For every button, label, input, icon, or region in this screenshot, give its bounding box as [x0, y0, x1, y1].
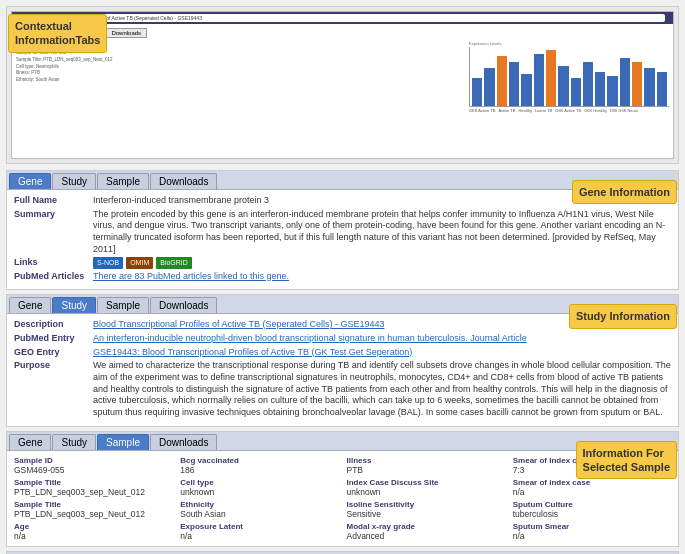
screenshot-chart: Expression Levels: [469, 41, 669, 121]
gene-body: Full Name Interferon-induced transmembra…: [7, 190, 678, 289]
badge-biogrid[interactable]: BioGRID: [156, 257, 192, 268]
study-pubmed-value[interactable]: An interferon-inducible neutrophil-drive…: [93, 333, 671, 345]
chart-bar: [657, 72, 667, 106]
chart-bar: [534, 54, 544, 106]
sample-value-exposure: n/a: [180, 531, 338, 541]
chart-bar: [644, 68, 654, 106]
badge-omim[interactable]: OMIM: [126, 257, 153, 268]
sample-value-isoline: Sensitive: [347, 509, 505, 519]
screenshot-chart-area: Sample Details Sample ID: GSM469-055 Sam…: [16, 41, 669, 121]
screenshot-section: Blood Transcriptional Profiles of Active…: [0, 6, 685, 164]
gene-pubmed-row: PubMed Articles There are 83 PubMed arti…: [14, 271, 671, 283]
tab-gene-gene[interactable]: Gene: [9, 173, 51, 189]
study-body: Description Blood Transcriptional Profil…: [7, 314, 678, 426]
sample-value-sputum-culture: tuberculosis: [513, 509, 671, 519]
sample-value-indexcase: unknown: [347, 487, 505, 497]
gene-summary-row: Summary The protein encoded by this gene…: [14, 209, 671, 256]
screenshot-tab-downloads[interactable]: Downloads: [105, 28, 147, 38]
sample-label-isoline: Isoline Sensitivity: [347, 500, 505, 509]
study-purpose-label: Purpose: [14, 360, 89, 370]
chart-bar: [571, 78, 581, 106]
sample-label-age: Age: [14, 522, 172, 531]
sample-value-bcg: 186: [180, 465, 338, 475]
sample-item-xray: Modal x-ray grade Advanced: [347, 522, 505, 541]
gene-summary-label: Summary: [14, 209, 89, 219]
chart-bar: [484, 68, 494, 106]
sample-label-illness: Illness: [347, 456, 505, 465]
chart-bar-highlight: [497, 56, 507, 106]
sample-label-title: Sample Title: [14, 478, 172, 487]
sample-label-ethnicity: Ethnicity: [180, 500, 338, 509]
sample-value-smear2: n/a: [513, 487, 671, 497]
sample-label-exposure: Exposure Latent: [180, 522, 338, 531]
gene-fullname-label: Full Name: [14, 195, 89, 205]
gene-info-callout: Gene Information: [572, 180, 677, 204]
sample-value-sampleid: GSM469-055: [14, 465, 172, 475]
study-geo-label: GEO Entry: [14, 347, 89, 357]
tab-study-gene[interactable]: Gene: [9, 297, 51, 313]
sample-item-title: Sample Title PTB_LDN_seq003_sep_Neut_012: [14, 478, 172, 497]
tab-study-sample[interactable]: Sample: [97, 297, 149, 313]
sample-value-illness: PTB: [347, 465, 505, 475]
chart-bar: [509, 62, 519, 106]
sample-value-xray: Advanced: [347, 531, 505, 541]
screenshot-inner: Blood Transcriptional Profiles of Active…: [11, 11, 674, 159]
tab-gene-study[interactable]: Study: [52, 173, 96, 189]
chart-bar-highlight: [546, 50, 556, 106]
main-container: Blood Transcriptional Profiles of Active…: [0, 6, 685, 554]
study-purpose-row: Purpose We aimed to characterize the tra…: [14, 360, 671, 418]
gene-pubmed-value[interactable]: There are 83 PubMed articles linked to t…: [93, 271, 671, 283]
contextual-callout: Contextual InformationTabs: [8, 14, 107, 53]
tab-gene-sample[interactable]: Sample: [97, 173, 149, 189]
sample-item-age: Age n/a: [14, 522, 172, 541]
sample-value-title: PTB_LDN_seq003_sep_Neut_012: [14, 487, 172, 497]
sample-section-wrapper: Gene Study Sample Downloads Sample ID GS…: [0, 431, 685, 547]
sample-label-indexcase: Index Case Discuss Site: [347, 478, 505, 487]
study-pubmed-row: PubMed Entry An interferon-inducible neu…: [14, 333, 671, 345]
tab-sample-study[interactable]: Study: [52, 434, 96, 450]
sample-value-ethnicity: South Asian: [180, 509, 338, 519]
sample-item-smear2: Smear of index case n/a: [513, 478, 671, 497]
tab-study-downloads[interactable]: Downloads: [150, 297, 217, 313]
sample-label-smear2: Smear of index case: [513, 478, 671, 487]
sample-label-tabletitle: Sample Title: [14, 500, 172, 509]
sample-label-sampleid: Sample ID: [14, 456, 172, 465]
sample-item-sampleid: Sample ID GSM469-055: [14, 456, 172, 475]
sample-item-ethnicity: Ethnicity South Asian: [180, 500, 338, 519]
sample-label-bcg: Bcg vaccinated: [180, 456, 338, 465]
screenshot-tabs: Gene Study Sample Downloads: [16, 28, 669, 38]
badge-s-nob[interactable]: S-NOB: [93, 257, 123, 268]
study-geo-row: GEO Entry GSE19443: Blood Transcriptiona…: [14, 347, 671, 359]
chart-bar: [521, 74, 531, 106]
study-purpose-value: We aimed to characterize the transcripti…: [93, 360, 671, 418]
tab-gene-downloads[interactable]: Downloads: [150, 173, 217, 189]
sample-label-sputum-smear: Sputum Smear: [513, 522, 671, 531]
sample-value-tabletitle: PTB_LDN_seq003_sep_Neut_012: [14, 509, 172, 519]
sample-info-callout: Information For Selected Sample: [576, 441, 677, 480]
sample-item-tabletitle: Sample Title PTB_LDN_seq003_sep_Neut_012: [14, 500, 172, 519]
sample-item-sputum-smear: Sputum Smear n/a: [513, 522, 671, 541]
tab-sample-gene[interactable]: Gene: [9, 434, 51, 450]
sample-label-sputum-culture: Sputum Culture: [513, 500, 671, 509]
sample-value-age: n/a: [14, 531, 172, 541]
tab-sample-downloads[interactable]: Downloads: [150, 434, 217, 450]
chart-bar: [620, 58, 630, 106]
chart-bar: [472, 78, 482, 106]
sample-grid: Sample ID GSM469-055 Bcg vaccinated 186 …: [14, 456, 671, 541]
sample-item-exposure: Exposure Latent n/a: [180, 522, 338, 541]
sample-value-celltype: unknown: [180, 487, 338, 497]
study-section-wrapper: Gene Study Sample Downloads Description …: [0, 294, 685, 427]
study-geo-value[interactable]: GSE19443: Blood Transcriptional Profiles…: [93, 347, 671, 359]
sample-value-sputum-smear: n/a: [513, 531, 671, 541]
chart-bar: [583, 62, 593, 106]
tab-sample-sample[interactable]: Sample: [97, 434, 149, 450]
screenshot-info: Sample Details Sample ID: GSM469-055 Sam…: [16, 41, 461, 121]
chart-bars: [469, 47, 669, 107]
gene-links-label: Links: [14, 257, 89, 267]
chart-bar: [595, 72, 605, 106]
gene-pubmed-label: PubMed Articles: [14, 271, 89, 281]
sample-item-illness: Illness PTB: [347, 456, 505, 475]
sample-item-bcg: Bcg vaccinated 186: [180, 456, 338, 475]
study-info-callout: Study Information: [569, 304, 677, 328]
tab-study-study[interactable]: Study: [52, 297, 96, 313]
